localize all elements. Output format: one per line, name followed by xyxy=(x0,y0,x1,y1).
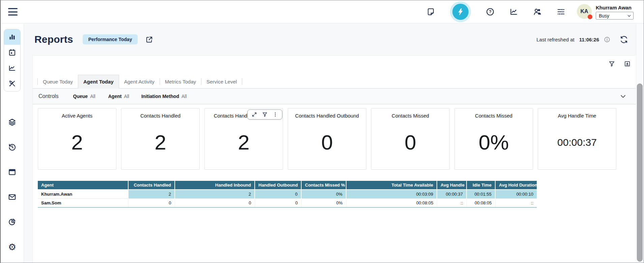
agent-name: Sam.Som xyxy=(38,199,128,208)
sidebar-item-layers[interactable] xyxy=(4,117,20,128)
scrollbar-thumb[interactable] xyxy=(637,84,643,262)
card-value: 2 xyxy=(155,119,166,169)
download-icon[interactable] xyxy=(624,61,631,67)
calendar-icon xyxy=(8,48,16,57)
card-value: 0 xyxy=(404,119,416,169)
tab-service-level[interactable]: Service Level xyxy=(201,75,242,88)
main-content: Reports Performance Today Last refreshed… xyxy=(24,24,644,263)
kebab-menu-icon[interactable] xyxy=(273,112,278,117)
table-header-row: Agent Contacts Handled Handled Inbound H… xyxy=(38,181,537,190)
card-hover-toolbar xyxy=(247,109,282,120)
cell: 0 xyxy=(255,190,301,199)
avatar[interactable]: KA xyxy=(577,4,592,19)
report-panel: Queue Today Agent Today Agent Activity M… xyxy=(32,55,636,263)
sidebar-item-calendar[interactable] xyxy=(4,45,20,60)
cell: 00:00:10 xyxy=(495,190,537,199)
card-value: 0 xyxy=(321,119,333,169)
table-row: Khurram.Awan 2 2 0 0% 00:03:09 00:00:37 … xyxy=(38,190,537,199)
report-badge: Performance Today xyxy=(83,34,138,44)
filter-initiation-method[interactable]: Initiation Method All xyxy=(141,94,187,99)
card-active-agents[interactable]: Active Agents 2 xyxy=(38,108,116,170)
card-contacts-handled-inbound[interactable]: Contacts Handled Inbound 2 xyxy=(204,108,283,170)
sidebar-item-line-chart[interactable] xyxy=(4,60,20,76)
last-refreshed-label: Last refreshed at xyxy=(536,37,575,42)
bar-chart-icon xyxy=(8,33,16,41)
metrics-line-chart-icon[interactable] xyxy=(509,7,518,16)
filter-funnel-icon[interactable] xyxy=(262,112,268,117)
col-avg-hold-duration: Avg Hold Duration xyxy=(495,181,537,190)
card-contacts-missed[interactable]: Contacts Missed 0 xyxy=(371,108,450,170)
col-agent: Agent xyxy=(38,181,128,190)
card-contacts-handled[interactable]: Contacts Handled 2 xyxy=(121,108,200,170)
cell: 0 xyxy=(255,199,301,208)
tabs: Queue Today Agent Today Agent Activity M… xyxy=(33,75,636,89)
card-contacts-missed-pct[interactable]: Contacts Missed 0% xyxy=(454,108,533,170)
cell: 00:01:55 xyxy=(467,190,495,199)
col-handled-outbound: Handled Outbound xyxy=(255,181,301,190)
info-icon[interactable] xyxy=(604,36,610,43)
tab-metrics-today[interactable]: Metrics Today xyxy=(160,75,201,88)
user-name: Khurram Awan xyxy=(596,5,634,10)
history-icon xyxy=(8,143,17,152)
sidebar: ⚙ xyxy=(1,24,24,263)
chevron-down-icon xyxy=(627,14,631,18)
pie-chart-icon xyxy=(8,218,17,226)
card-avg-handle-time[interactable]: Avg Handle Time 00:00:37 xyxy=(538,108,616,170)
card-contacts-handled-outbound[interactable]: Contacts Handled Outbound 0 xyxy=(288,108,366,170)
sidebar-item-pie-chart[interactable] xyxy=(4,216,20,228)
design-brush-pencil-icon xyxy=(8,79,16,88)
cell: :: xyxy=(495,199,537,208)
cell: 2 xyxy=(128,190,175,199)
expand-icon[interactable] xyxy=(252,112,257,117)
card-value: 2 xyxy=(238,119,249,169)
layers-icon xyxy=(8,118,17,127)
card-value: 2 xyxy=(71,119,83,169)
agent-name: Khurram.Awan xyxy=(38,190,128,199)
col-handled-inbound: Handled Inbound xyxy=(175,181,255,190)
preferences-sliders-icon[interactable] xyxy=(557,7,565,16)
svg-text:?: ? xyxy=(489,9,492,14)
sidebar-item-settings[interactable]: ⚙ xyxy=(4,241,20,253)
tab-agent-today[interactable]: Agent Today xyxy=(78,75,119,89)
col-avg-handle: Avg Handle xyxy=(437,181,467,190)
mail-icon xyxy=(8,193,17,201)
cell: 00:03:09 xyxy=(346,190,437,199)
col-contacts-missed-pct: Contacts Missed % xyxy=(301,181,346,190)
hamburger-menu-icon[interactable] xyxy=(8,8,18,15)
cell: 00:08:05 xyxy=(346,199,437,208)
col-idle-time: Idle Time xyxy=(467,181,495,190)
card-value: 0% xyxy=(479,119,509,169)
controls-title: Controls xyxy=(38,93,59,99)
refresh-icon[interactable] xyxy=(620,35,628,44)
page-title: Reports xyxy=(34,34,73,45)
sidebar-item-history[interactable] xyxy=(4,141,20,153)
tab-queue-today[interactable]: Queue Today xyxy=(38,75,78,88)
boost-lightning-button[interactable] xyxy=(450,1,471,22)
sidebar-item-bar-chart[interactable] xyxy=(4,29,20,45)
external-link-icon[interactable] xyxy=(145,36,153,43)
tab-agent-activity[interactable]: Agent Activity xyxy=(119,75,160,88)
filter-agent[interactable]: Agent All xyxy=(108,94,129,99)
status-select[interactable]: Busy xyxy=(596,12,634,20)
filter-funnel-icon[interactable] xyxy=(609,61,615,67)
filter-queue[interactable]: Queue All xyxy=(73,94,95,99)
sidebar-item-mail[interactable] xyxy=(4,191,20,203)
notes-icon[interactable] xyxy=(426,7,435,16)
agents-table: Agent Contacts Handled Handled Inbound H… xyxy=(38,181,636,208)
lightning-icon xyxy=(452,4,469,20)
cell: 2 xyxy=(175,190,255,199)
line-chart-icon xyxy=(8,64,16,72)
sidebar-item-browser-window[interactable] xyxy=(4,166,20,178)
help-icon[interactable]: ? xyxy=(486,7,495,16)
contacts-people-icon[interactable] xyxy=(533,7,542,16)
cell: 0 xyxy=(128,199,175,208)
busy-status-dot xyxy=(588,14,592,19)
cell: 00:08:05 xyxy=(467,199,495,208)
browser-window-icon xyxy=(8,168,17,176)
sidebar-item-design-tools[interactable] xyxy=(4,76,20,91)
col-total-time-available: Total Time Available xyxy=(346,181,437,190)
card-value: 00:00:37 xyxy=(557,119,597,169)
controls-collapse-chevron-icon[interactable] xyxy=(620,93,626,100)
avatar-initials: KA xyxy=(580,8,588,14)
cell: 00:00:37 xyxy=(437,190,467,199)
